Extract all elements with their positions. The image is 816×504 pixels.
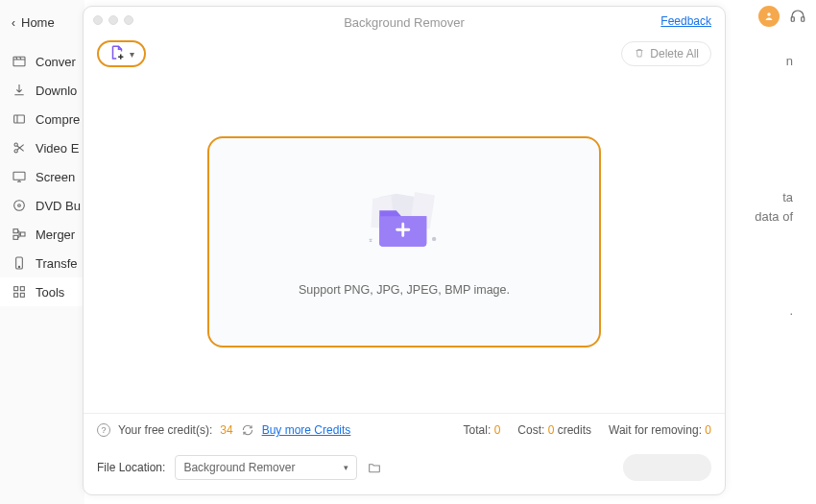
grid-icon	[12, 284, 27, 300]
add-image-button[interactable]: ▾	[97, 40, 146, 67]
svg-rect-18	[802, 17, 804, 22]
sidebar-item-video-editor[interactable]: Video E	[0, 133, 84, 162]
svg-rect-13	[20, 287, 24, 291]
home-back-button[interactable]: ‹ Home	[0, 10, 84, 36]
background-remover-modal: Background Remover Feedback ▾ Delete All	[83, 6, 726, 495]
svg-rect-15	[20, 293, 24, 297]
file-add-icon	[108, 44, 126, 64]
drop-zone[interactable]: Support PNG, JPG, JPEG, BMP image.	[207, 136, 601, 348]
support-text: Support PNG, JPG, JPEG, BMP image.	[299, 283, 510, 297]
file-location-select[interactable]: Background Remover ▾	[175, 455, 357, 480]
bg-text-2: ta	[782, 190, 793, 204]
svg-rect-17	[791, 17, 794, 22]
sidebar: ‹ Home Conver Downlo Compre Video E Scre…	[0, 0, 84, 504]
svg-rect-1	[14, 115, 25, 123]
compress-icon	[12, 111, 27, 127]
phone-icon	[12, 255, 27, 271]
svg-point-3	[14, 150, 17, 153]
refresh-icon[interactable]	[241, 423, 254, 437]
delete-all-button[interactable]: Delete All	[621, 41, 711, 66]
svg-rect-9	[20, 232, 25, 236]
svg-rect-4	[13, 172, 25, 180]
svg-rect-0	[13, 57, 25, 65]
avatar[interactable]	[758, 6, 780, 27]
sidebar-item-tools[interactable]: Tools	[0, 277, 84, 306]
merge-icon	[12, 227, 27, 242]
download-icon	[12, 83, 27, 98]
svg-point-16	[767, 12, 771, 16]
chevron-left-icon: ‹	[12, 16, 15, 30]
monitor-icon	[12, 169, 27, 184]
modal-titlebar: Background Remover Feedback	[84, 7, 725, 37]
svg-rect-8	[13, 235, 18, 239]
folder-add-icon	[354, 186, 455, 266]
bg-text-3: data of	[755, 209, 793, 224]
svg-point-2	[14, 143, 17, 146]
trash-icon	[634, 47, 645, 61]
modal-title: Background Remover	[344, 15, 465, 30]
svg-rect-14	[14, 293, 18, 297]
scissors-icon	[12, 140, 27, 156]
svg-point-19	[431, 237, 435, 241]
file-location-label: File Location:	[97, 461, 165, 474]
feedback-link[interactable]: Feedback	[660, 14, 711, 28]
credits-label: Your free credit(s):	[118, 423, 212, 437]
svg-point-11	[18, 266, 19, 267]
total-value: 0	[494, 423, 501, 437]
credits-count: 34	[220, 423, 232, 437]
window-controls[interactable]	[93, 15, 133, 25]
bg-text-1: n	[786, 54, 793, 68]
svg-rect-12	[14, 287, 18, 291]
wait-value: 0	[705, 423, 711, 437]
sidebar-item-transfer[interactable]: Transfe	[0, 249, 84, 277]
sidebar-item-downloader[interactable]: Downlo	[0, 76, 84, 105]
bg-text-4: .	[789, 303, 793, 318]
home-label: Home	[21, 15, 55, 30]
buy-credits-link[interactable]: Buy more Credits	[262, 423, 351, 437]
help-icon[interactable]: ?	[97, 423, 110, 437]
sidebar-item-merger[interactable]: Merger	[0, 220, 84, 249]
open-folder-button[interactable]	[367, 460, 382, 475]
minimize-dot[interactable]	[108, 15, 118, 25]
chevron-down-icon: ▾	[130, 49, 134, 60]
svg-point-5	[14, 201, 25, 211]
start-button[interactable]	[623, 454, 711, 481]
zoom-dot[interactable]	[124, 15, 133, 25]
svg-rect-7	[13, 229, 18, 233]
cost-value: 0	[548, 423, 555, 437]
sidebar-item-screen[interactable]: Screen	[0, 162, 84, 191]
chevron-down-icon: ▾	[344, 463, 348, 472]
sidebar-item-dvd[interactable]: DVD Bu	[0, 191, 84, 220]
close-dot[interactable]	[93, 15, 103, 25]
svg-point-6	[18, 204, 21, 207]
support-icon[interactable]	[789, 8, 806, 25]
sidebar-item-converter[interactable]: Conver	[0, 47, 84, 76]
disc-icon	[12, 198, 27, 213]
clapperboard-icon	[12, 54, 27, 69]
sidebar-item-compressor[interactable]: Compre	[0, 105, 84, 133]
